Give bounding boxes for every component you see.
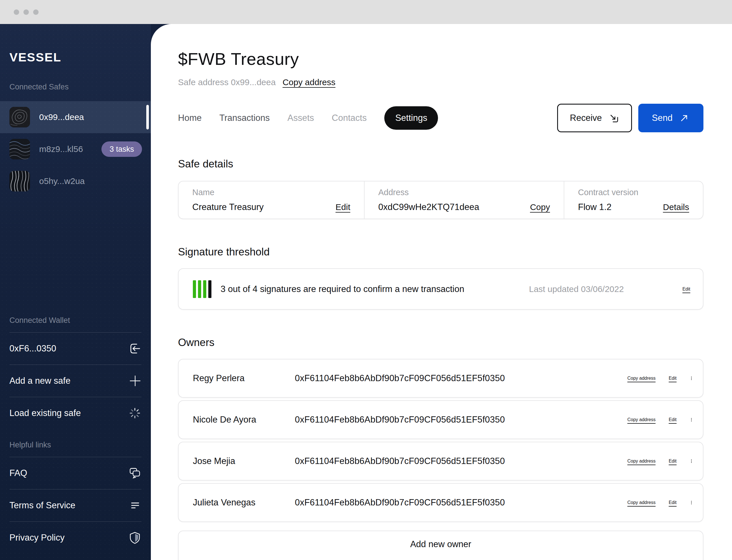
window-control-dot[interactable] bbox=[33, 9, 39, 15]
window-control-dot[interactable] bbox=[23, 9, 29, 15]
signature-bars bbox=[193, 280, 211, 298]
add-new-owner-label: Add new owner bbox=[410, 539, 471, 549]
receive-button[interactable]: Receive bbox=[557, 104, 632, 132]
owner-address: 0xF61104Feb8b6AbDf90b7cF09CF056d51EF5f03… bbox=[295, 456, 627, 466]
name-value: Creature Treasury bbox=[192, 202, 264, 212]
spinner-icon bbox=[128, 407, 141, 420]
tab-home[interactable]: Home bbox=[178, 113, 202, 123]
wallet-address-row[interactable]: 0xF6...0350 bbox=[0, 333, 151, 365]
copy-owner-address-link[interactable]: Copy address bbox=[627, 500, 656, 505]
tab-bar: Home Transactions Assets Contacts Settin… bbox=[178, 106, 438, 130]
safe-name-column: Name Creature Treasury Edit bbox=[179, 181, 364, 219]
signature-bar-filled bbox=[193, 280, 196, 298]
load-existing-safe-row[interactable]: Load existing safe bbox=[0, 397, 151, 429]
window-titlebar bbox=[0, 0, 732, 24]
owner-address: 0xF61104Feb8b6AbDf90b7cF09CF056d51EF5f03… bbox=[295, 415, 627, 425]
edit-name-link[interactable]: Edit bbox=[335, 202, 350, 212]
window-control-dot[interactable] bbox=[14, 9, 19, 15]
kebab-menu-icon[interactable] bbox=[690, 373, 693, 384]
edit-owner-link[interactable]: Edit bbox=[669, 376, 677, 381]
header-actions: Receive Send bbox=[557, 104, 703, 132]
owner-address: 0xF61104Feb8b6AbDf90b7cF09CF056d51EF5f03… bbox=[295, 373, 627, 383]
connected-safes-label: Connected Safes bbox=[9, 83, 141, 91]
contract-version-column: Contract version Flow 1.2 Details bbox=[564, 181, 703, 219]
owner-name: Jose Mejia bbox=[193, 456, 295, 466]
kebab-menu-icon[interactable] bbox=[690, 455, 693, 467]
copy-owner-address-link[interactable]: Copy address bbox=[627, 417, 656, 422]
connected-wallet-label: Connected Wallet bbox=[9, 316, 141, 325]
copy-link[interactable]: Copy bbox=[530, 202, 550, 212]
tab-contacts[interactable]: Contacts bbox=[332, 113, 367, 123]
signature-threshold-title: Signature threshold bbox=[178, 246, 703, 258]
details-link[interactable]: Details bbox=[663, 202, 689, 212]
kebab-menu-icon[interactable] bbox=[690, 414, 693, 425]
faq-label: FAQ bbox=[9, 468, 27, 478]
send-arrow-icon bbox=[679, 113, 690, 123]
safe-details-section: Safe details Name Creature Treasury Edit… bbox=[178, 158, 703, 219]
wallet-address: 0xF6...0350 bbox=[9, 343, 56, 354]
address-value: 0xdC99wHe2KTQ71deea bbox=[378, 202, 479, 212]
owner-name: Julieta Venegas bbox=[193, 497, 295, 508]
name-label: Name bbox=[192, 188, 350, 197]
owners-list: Regy Perlera 0xF61104Feb8b6AbDf90b7cF09C… bbox=[178, 359, 703, 560]
contract-version-value: Flow 1.2 bbox=[578, 202, 611, 212]
signature-threshold-text: 3 out of 4 signatures are required to co… bbox=[221, 284, 464, 294]
helpful-links-label: Helpful links bbox=[9, 441, 141, 449]
app-window: VESSEL Connected Safes 0x99...dee bbox=[0, 0, 732, 560]
tab-settings[interactable]: Settings bbox=[384, 106, 438, 130]
faq-link-row[interactable]: FAQ bbox=[0, 457, 151, 489]
safe-label: 0x99...deea bbox=[39, 112, 84, 122]
toolbar: Home Transactions Assets Contacts Settin… bbox=[178, 104, 703, 132]
owner-row: Jose Mejia 0xF61104Feb8b6AbDf90b7cF09CF0… bbox=[178, 442, 703, 481]
signature-right-group: Last updated 03/06/2022 Edit bbox=[529, 284, 690, 294]
tab-transactions[interactable]: Transactions bbox=[219, 113, 270, 123]
edit-owner-link[interactable]: Edit bbox=[669, 500, 677, 505]
owner-name: Regy Perlera bbox=[193, 373, 295, 383]
shield-icon bbox=[128, 531, 141, 544]
privacy-policy-row[interactable]: Privacy Policy bbox=[0, 522, 151, 554]
signature-threshold-card: 3 out of 4 signatures are required to co… bbox=[178, 268, 703, 310]
owner-name: Nicole De Ayora bbox=[193, 415, 295, 425]
last-updated-text: Last updated 03/06/2022 bbox=[529, 284, 624, 294]
sidebar: VESSEL Connected Safes 0x99...dee bbox=[0, 24, 151, 560]
safes-list: 0x99...deea bbox=[0, 101, 151, 197]
edit-owner-link[interactable]: Edit bbox=[669, 459, 677, 464]
content-row: VESSEL Connected Safes 0x99...dee bbox=[0, 24, 732, 560]
safe-details-title: Safe details bbox=[178, 158, 703, 170]
add-new-safe-row[interactable]: Add a new safe bbox=[0, 365, 151, 397]
safe-item-o5hy[interactable]: o5hy...w2ua bbox=[0, 165, 151, 197]
privacy-label: Privacy Policy bbox=[9, 533, 65, 543]
copy-address-link[interactable]: Copy address bbox=[283, 77, 335, 87]
owner-address: 0xF61104Feb8b6AbDf90b7cF09CF056d51EF5f03… bbox=[295, 497, 627, 508]
safe-avatar bbox=[9, 139, 30, 159]
receive-arrow-icon bbox=[608, 113, 619, 123]
terms-of-service-row[interactable]: Terms of Service bbox=[0, 489, 151, 521]
signature-bar-empty bbox=[208, 280, 211, 298]
safe-item-m8z9[interactable]: m8z9...kl56 3 tasks bbox=[0, 133, 151, 165]
signature-threshold-section: Signature threshold 3 out of 4 signature… bbox=[178, 246, 703, 310]
safe-address-text: Safe address 0x99...deea bbox=[178, 77, 276, 87]
copy-owner-address-link[interactable]: Copy address bbox=[627, 376, 656, 381]
safe-address-column: Address 0xdC99wHe2KTQ71deea Copy bbox=[364, 181, 564, 219]
address-label: Address bbox=[378, 188, 550, 197]
safe-item-0x99[interactable]: 0x99...deea bbox=[0, 101, 151, 133]
disconnect-icon bbox=[128, 342, 141, 355]
send-button-label: Send bbox=[652, 113, 673, 123]
edit-threshold-link[interactable]: Edit bbox=[682, 287, 690, 292]
add-new-safe-label: Add a new safe bbox=[9, 376, 71, 386]
sidebar-scrollbar-thumb[interactable] bbox=[146, 105, 149, 129]
owners-title: Owners bbox=[178, 337, 703, 349]
vessel-logo: VESSEL bbox=[9, 50, 151, 64]
owner-row: Nicole De Ayora 0xF61104Feb8b6AbDf90b7cF… bbox=[178, 400, 703, 439]
copy-owner-address-link[interactable]: Copy address bbox=[627, 459, 656, 464]
send-button[interactable]: Send bbox=[638, 104, 703, 132]
kebab-menu-icon[interactable] bbox=[690, 497, 693, 508]
load-existing-safe-label: Load existing safe bbox=[9, 408, 81, 418]
add-new-owner-button[interactable]: Add new owner bbox=[178, 531, 703, 560]
signature-bar-filled bbox=[198, 280, 201, 298]
tab-assets[interactable]: Assets bbox=[287, 113, 314, 123]
safe-label: o5hy...w2ua bbox=[39, 176, 85, 186]
edit-owner-link[interactable]: Edit bbox=[669, 417, 677, 422]
safe-label: m8z9...kl56 bbox=[39, 144, 83, 154]
owner-actions: Copy address Edit bbox=[627, 497, 693, 508]
